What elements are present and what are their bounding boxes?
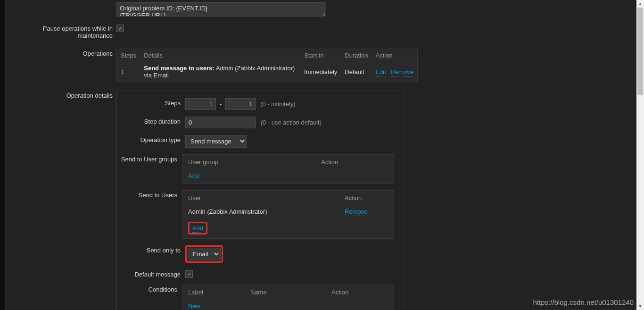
step-duration-label: Step duration — [117, 117, 185, 125]
operations-label: Operations — [14, 49, 116, 57]
send-user-groups-label: Send to User groups — [117, 154, 182, 163]
operations-header-steps: Steps — [117, 49, 140, 62]
user-remove-link[interactable]: Remove — [345, 208, 367, 216]
operations-header-startin: Start in — [300, 49, 341, 62]
main-form-container: Original problem ID: {EVENT.ID} {TRIGGER… — [5, 0, 639, 310]
users-add-link[interactable]: Add — [192, 225, 203, 233]
operations-header-duration: Duration — [341, 49, 372, 62]
operation-type-row: Operation type Send message — [117, 135, 394, 148]
operations-table: Steps Details Start in Duration Action 1… — [116, 49, 418, 82]
scrollbar-up-arrow[interactable]: ▲ — [636, 0, 644, 8]
pause-operations-checkbox[interactable] — [116, 25, 124, 32]
default-message-checkbox[interactable] — [185, 270, 193, 278]
operations-row: Operations Steps Details Start in Durati… — [14, 49, 630, 82]
watermark-text: https://blog.csdn.net/u01301240 — [533, 298, 634, 306]
operations-header-details: Details — [140, 49, 300, 62]
step-duration-hint: (0 - use action default) — [261, 119, 322, 126]
send-users-label: Send to Users — [117, 190, 182, 199]
message-textarea[interactable]: Original problem ID: {EVENT.ID} {TRIGGER… — [116, 2, 326, 17]
operation-details-label: Operation details — [14, 91, 116, 99]
steps-to-input[interactable] — [225, 98, 256, 110]
conditions-row: Conditions Label Name Action New — [117, 285, 394, 310]
operations-remove-link[interactable]: Remove — [391, 68, 413, 76]
conditions-label-header: Label — [183, 286, 245, 299]
conditions-action-header: Action — [327, 286, 393, 299]
scrollbar-thumb[interactable] — [637, 8, 643, 95]
conditions-table: Label Name Action New — [182, 285, 394, 310]
send-only-to-label: Send only to — [117, 245, 185, 254]
user-action-header: Action — [340, 192, 393, 204]
pause-operations-row: Pause operations while in maintenance — [14, 24, 630, 39]
steps-hint: (0 - infinitely) — [260, 101, 295, 108]
operations-duration-cell: Default — [341, 62, 372, 82]
default-message-row: Default message — [117, 269, 394, 278]
operation-type-label: Operation type — [117, 135, 185, 143]
user-group-action-header: Action — [316, 156, 393, 168]
send-users-row: Send to Users User Action Admin (Zabbix … — [117, 190, 394, 239]
steps-row: Steps - (0 - infinitely) — [117, 98, 394, 110]
user-value: Admin (Zabbix Administrator) — [183, 205, 339, 218]
operations-startin-cell: Immediately — [300, 62, 341, 82]
operations-edit-link[interactable]: Edit — [375, 68, 386, 76]
operations-details-cell: Send message to users: Admin (Zabbix Adm… — [140, 62, 300, 82]
operation-type-select[interactable]: Send message — [185, 135, 247, 148]
operations-row-1: 1 Send message to users: Admin (Zabbix A… — [117, 62, 418, 82]
default-message-label: Default message — [117, 269, 185, 278]
users-table: User Action Admin (Zabbix Administrator)… — [182, 190, 394, 239]
operations-details-prefix: Send message to users: — [144, 65, 215, 72]
user-groups-add-link[interactable]: Add — [188, 172, 199, 180]
steps-from-input[interactable] — [185, 98, 216, 110]
message-textarea-row: Original problem ID: {EVENT.ID} {TRIGGER… — [14, 2, 630, 18]
operations-step-num: 1 — [117, 62, 140, 82]
scrollbar-down-arrow[interactable]: ▼ — [636, 302, 644, 310]
send-user-groups-row: Send to User groups User group Action Ad… — [117, 154, 394, 184]
message-label — [14, 2, 116, 4]
conditions-name-header: Name — [246, 286, 326, 299]
steps-dash: - — [220, 101, 222, 108]
step-duration-row: Step duration (0 - use action default) — [117, 117, 394, 128]
pause-operations-label: Pause operations while in maintenance — [14, 24, 116, 39]
user-group-header: User group — [183, 156, 315, 168]
operation-details-box: Steps - (0 - infinitely) Step duration (… — [116, 91, 404, 310]
operation-details-row: Operation details Steps - (0 - infinitel… — [14, 91, 630, 310]
step-duration-input[interactable] — [185, 117, 256, 128]
conditions-new-link[interactable]: New — [188, 302, 200, 310]
user-groups-table: User group Action Add — [182, 154, 394, 184]
send-only-to-select[interactable]: Email — [188, 248, 221, 260]
send-only-to-row: Send only to Email — [117, 245, 394, 263]
steps-label: Steps — [117, 98, 185, 107]
user-header: User — [183, 192, 339, 204]
operations-action-cell: Edit Remove — [372, 62, 417, 82]
vertical-scrollbar[interactable]: ▲ ▼ — [636, 0, 644, 310]
operations-header-action: Action — [372, 49, 417, 62]
user-row-admin: Admin (Zabbix Administrator) Remove — [183, 205, 393, 218]
conditions-label: Conditions — [117, 285, 182, 293]
